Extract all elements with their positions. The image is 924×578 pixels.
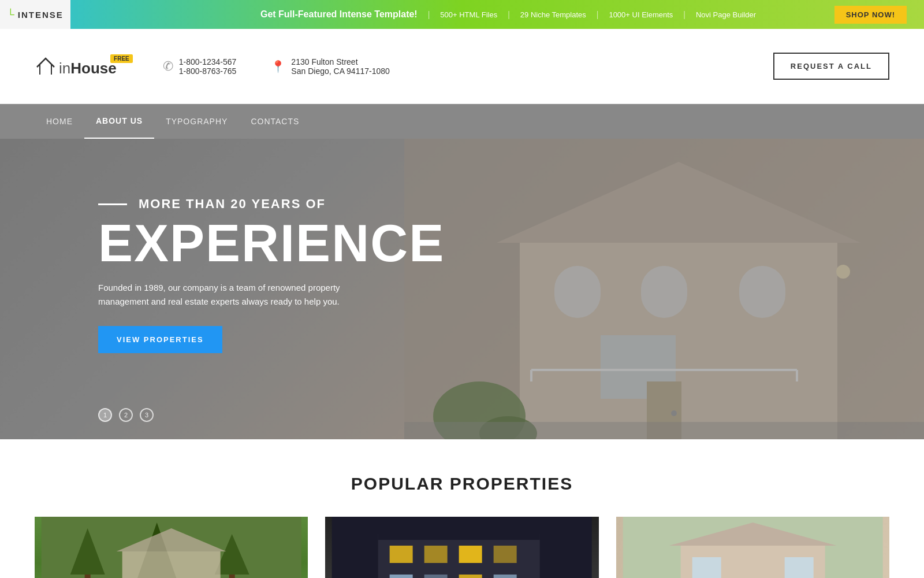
svg-rect-31 <box>378 528 540 540</box>
svg-rect-25 <box>229 575 235 578</box>
property-2-svg <box>325 517 598 578</box>
svg-rect-35 <box>494 546 517 563</box>
property-3-svg <box>616 517 889 578</box>
header: in House FREE ✆ 1-800-1234-567 1-800-876… <box>0 29 924 104</box>
top-banner: └ INTENSE Get Full-Featured Intense Temp… <box>0 0 924 29</box>
property-image-1 <box>35 517 308 578</box>
svg-rect-33 <box>424 546 448 563</box>
property-card-3 <box>616 517 889 578</box>
header-address: 📍 2130 Fulton Street San Diego, CA 94117… <box>271 57 389 76</box>
intense-logo-area: └ INTENSE <box>0 0 70 29</box>
hero-dot-2[interactable]: 2 <box>119 408 133 422</box>
hero-dots: 1 2 3 <box>98 408 154 422</box>
property-card-2 <box>325 517 598 578</box>
banner-separator-2: | <box>508 10 510 19</box>
banner-content: Get Full-Featured Intense Template! | 50… <box>260 9 756 20</box>
nav-item-about[interactable]: ABOUT US <box>84 104 154 139</box>
svg-rect-47 <box>692 557 721 578</box>
hero-line-decoration <box>98 203 127 205</box>
banner-item-4: Novi Page Builder <box>696 10 756 19</box>
header-phone-contact: ✆ 1-800-1234-567 1-800-8763-765 <box>163 57 237 76</box>
logo-in: in <box>59 60 70 77</box>
svg-rect-39 <box>494 575 517 578</box>
popular-properties-section: POPULAR PROPERTIES <box>0 439 924 578</box>
banner-separator-1: | <box>428 10 430 19</box>
address-line-2: San Diego, CA 94117-1080 <box>291 66 389 76</box>
svg-rect-37 <box>424 575 448 578</box>
property-image-2 <box>325 517 598 578</box>
hero-subtitle-text: MORE THAN 20 YEARS OF <box>139 197 326 212</box>
svg-rect-48 <box>784 557 813 578</box>
hero-dot-1[interactable]: 1 <box>98 408 112 422</box>
svg-rect-36 <box>390 575 413 578</box>
free-badge: FREE <box>110 54 133 63</box>
banner-item-1: 500+ HTML Files <box>440 10 497 19</box>
phone-icon: ✆ <box>163 59 173 74</box>
banner-main-text: Get Full-Featured Intense Template! <box>260 9 418 20</box>
property-card-1 <box>35 517 308 578</box>
phone-numbers: 1-800-1234-567 1-800-8763-765 <box>179 57 237 76</box>
phone-1: 1-800-1234-567 <box>179 57 237 66</box>
house-icon <box>35 55 57 77</box>
popular-properties-title: POPULAR PROPERTIES <box>35 474 889 494</box>
banner-separator-4: | <box>683 10 685 19</box>
phone-2: 1-800-8763-765 <box>179 66 237 76</box>
hero-description: Founded in 1989, our company is a team o… <box>98 281 364 309</box>
svg-rect-34 <box>459 546 482 563</box>
svg-rect-38 <box>459 575 482 578</box>
nav-item-contacts[interactable]: CONTACTS <box>239 104 311 139</box>
svg-rect-23 <box>85 575 91 578</box>
hero-content: MORE THAN 20 YEARS OF EXPERIENCE Founded… <box>0 139 924 353</box>
view-properties-button[interactable]: VIEW PROPERTIES <box>98 326 222 353</box>
nav-item-typography[interactable]: TYPOGRAPHY <box>154 104 239 139</box>
logo-house: House <box>70 60 116 77</box>
property-image-3 <box>616 517 889 578</box>
hero-title: EXPERIENCE <box>98 217 924 269</box>
banner-item-3: 1000+ UI Elements <box>609 10 673 19</box>
intense-logo-text: INTENSE <box>18 10 64 20</box>
svg-rect-32 <box>390 546 413 563</box>
banner-item-2: 29 Niche Templates <box>520 10 586 19</box>
svg-rect-26 <box>122 551 221 578</box>
location-icon: 📍 <box>271 60 285 73</box>
request-call-button[interactable]: REQUEST A CALL <box>773 53 889 80</box>
property-1-svg <box>35 517 308 578</box>
logo-bracket-icon: └ <box>7 9 14 21</box>
address-line-1: 2130 Fulton Street <box>291 57 389 66</box>
hero-dot-3[interactable]: 3 <box>140 408 154 422</box>
hero-section: MORE THAN 20 YEARS OF EXPERIENCE Founded… <box>0 139 924 439</box>
hero-subtitle-area: MORE THAN 20 YEARS OF <box>98 197 924 212</box>
logo-area: in House FREE <box>35 55 117 77</box>
nav-item-home[interactable]: HOME <box>35 104 84 139</box>
properties-grid <box>35 517 889 578</box>
navigation: HOME ABOUT US TYPOGRAPHY CONTACTS <box>0 104 924 139</box>
shop-now-button[interactable]: SHOP NOW! <box>834 6 907 24</box>
banner-separator-3: | <box>597 10 599 19</box>
address-text: 2130 Fulton Street San Diego, CA 94117-1… <box>291 57 389 76</box>
